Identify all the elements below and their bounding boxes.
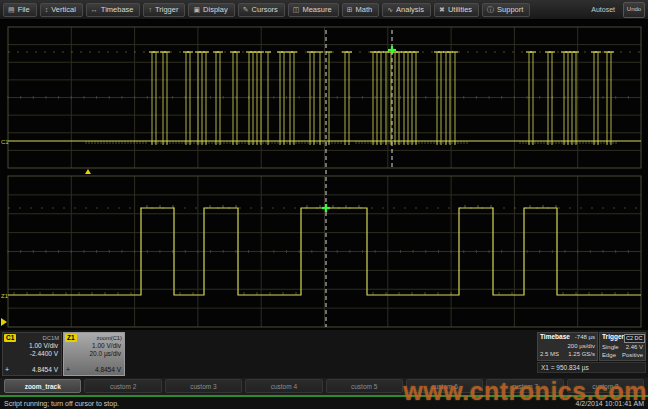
vertical-arrows-icon: ↕: [45, 6, 49, 13]
display-icon: ▣: [193, 6, 200, 13]
trigger-level: 2.46 V: [626, 343, 643, 352]
timebase-per-div: 200 µs/div: [568, 342, 595, 351]
tab-custom-8[interactable]: custom 8: [567, 379, 644, 393]
timebase-samples: 2.5 MS: [540, 350, 559, 359]
menu-item-label: Cursors: [252, 5, 278, 14]
timebase-rate: 1.25 GS/s: [568, 350, 595, 359]
menu-item-label: File: [18, 5, 30, 14]
trigger-mode: Single: [602, 343, 619, 352]
menu-item-label: Support: [497, 5, 523, 14]
trigger-title: Trigger: [602, 333, 624, 343]
c1-cursor-readout: + 4.8454 V: [5, 366, 58, 374]
zoom-z1-descriptor[interactable]: Z1 zoom(C1) 1.00 V/div 20.0 µs/div + 4.8…: [63, 332, 125, 376]
trigger-source-badge: C2 DC: [624, 334, 645, 343]
x1-cursor-readout: X1 = 950.834 µs: [537, 362, 646, 373]
cursors-icon: ✎: [243, 6, 249, 13]
menu-items: ▤File↕Vertical↔Timebase↑Trigger▣Display✎…: [3, 3, 530, 17]
menu-bar: ▤File↕Vertical↔Timebase↑Trigger▣Display✎…: [0, 0, 648, 20]
channel-c1-descriptor[interactable]: C1 DC1M 1.00 V/div -2.4400 V + 4.8454 V: [2, 332, 62, 376]
z1-time-per-div: 20.0 µs/div: [64, 350, 124, 358]
tab-zoom_track[interactable]: zoom_track: [4, 379, 81, 393]
menu-item-file[interactable]: ▤File: [3, 3, 37, 17]
menu-item-analysis[interactable]: ∿Analysis: [382, 3, 431, 17]
menu-item-label: Utilities: [448, 5, 472, 14]
horizontal-arrows-icon: ↔: [91, 6, 98, 13]
menu-item-label: Measure: [302, 5, 331, 14]
menu-item-display[interactable]: ▣Display: [188, 3, 234, 17]
graticule: [8, 27, 641, 327]
waveform-display[interactable]: C1Z1: [0, 20, 648, 330]
timebase-delay: -748 µs: [575, 333, 595, 342]
trigger-edge-icon: ↑: [148, 6, 152, 13]
z1-badge: Z1: [65, 334, 77, 342]
c1-coupling: DC1M: [43, 334, 59, 342]
menu-item-label: Trigger: [155, 5, 178, 14]
descriptor-row: C1 DC1M 1.00 V/div -2.4400 V + 4.8454 V …: [0, 330, 648, 378]
status-bar: Script running; turn off cursor to stop.…: [0, 395, 648, 409]
menu-item-math[interactable]: ⊞Math: [342, 3, 380, 17]
support-icon: ⓘ: [487, 6, 494, 13]
measure-icon: ◫: [293, 6, 300, 13]
menu-item-cursors[interactable]: ✎Cursors: [238, 3, 285, 17]
z1-volts-per-div: 1.00 V/div: [64, 342, 124, 350]
utilities-icon: ✖: [439, 6, 445, 13]
menu-item-label: Timebase: [101, 5, 134, 14]
c1-header: C1 DC1M: [3, 333, 61, 342]
timebase-title: Timebase: [540, 333, 570, 342]
scope-canvas: C1Z1: [0, 20, 648, 330]
tab-custom-3[interactable]: custom 3: [165, 379, 242, 393]
z1-source: zoom(C1): [97, 334, 122, 342]
math-icon: ⊞: [347, 6, 353, 13]
menu-item-support[interactable]: ⓘSupport: [482, 3, 530, 17]
menu-item-utilities[interactable]: ✖Utilities: [434, 3, 479, 17]
cursor-cross-icon: +: [5, 366, 9, 374]
menu-item-vertical[interactable]: ↕Vertical: [40, 3, 83, 17]
tab-bar: zoom_trackcustom 2custom 3custom 4custom…: [0, 378, 648, 395]
tab-custom-4[interactable]: custom 4: [245, 379, 322, 393]
tab-custom-5[interactable]: custom 5: [326, 379, 403, 393]
menu-item-trigger[interactable]: ↑Trigger: [143, 3, 185, 17]
cursor-lines[interactable]: [322, 30, 396, 327]
z1-header: Z1 zoom(C1): [64, 333, 124, 342]
c1-badge: C1: [4, 334, 16, 342]
c1-cursor-value: 4.8454 V: [32, 366, 58, 374]
cursor-cross-icon: +: [66, 366, 70, 374]
tab-custom-2[interactable]: custom 2: [84, 379, 161, 393]
menu-item-measure[interactable]: ◫Measure: [288, 3, 339, 17]
z1-cursor-readout: + 4.8454 V: [66, 366, 121, 374]
trigger-position-marker: [85, 169, 91, 174]
menu-item-label: Analysis: [396, 5, 424, 14]
autoset-button[interactable]: Autoset: [588, 5, 618, 14]
datetime: 4/2/2014 10:01:41 AM: [576, 400, 645, 407]
zero-level-marker: [1, 318, 7, 326]
trigger-type: Edge: [602, 351, 616, 360]
menu-item-label: Math: [356, 5, 373, 14]
c1-volts-per-div: 1.00 V/div: [3, 342, 61, 350]
status-message: Script running; turn off cursor to stop.: [4, 400, 119, 407]
tab-custom-7[interactable]: custom 7: [486, 379, 563, 393]
trigger-descriptor[interactable]: Trigger C2 DC Single 2.46 V Edge Positiv…: [599, 332, 646, 361]
c1-offset: -2.4400 V: [3, 350, 61, 358]
menu-item-label: Display: [203, 5, 228, 14]
menu-item-timebase[interactable]: ↔Timebase: [86, 3, 141, 17]
timebase-descriptor[interactable]: Timebase -748 µs 200 µs/div 2.5 MS 1.25 …: [537, 332, 598, 361]
undo-button[interactable]: Undo: [623, 2, 645, 18]
tab-custom-6[interactable]: custom 6: [406, 379, 483, 393]
oscilloscope-app: ▤File↕Vertical↔Timebase↑Trigger▣Display✎…: [0, 0, 648, 409]
menu-item-label: Vertical: [51, 5, 76, 14]
analysis-icon: ∿: [387, 6, 393, 13]
z1-cursor-value: 4.8454 V: [95, 366, 121, 374]
z1-trace-label: Z1: [1, 293, 9, 299]
menu-right: Autoset Undo: [588, 2, 645, 18]
c1-trace-label: C1: [1, 139, 9, 145]
trigger-slope: Positive: [622, 351, 643, 360]
file-icon: ▤: [8, 6, 15, 13]
